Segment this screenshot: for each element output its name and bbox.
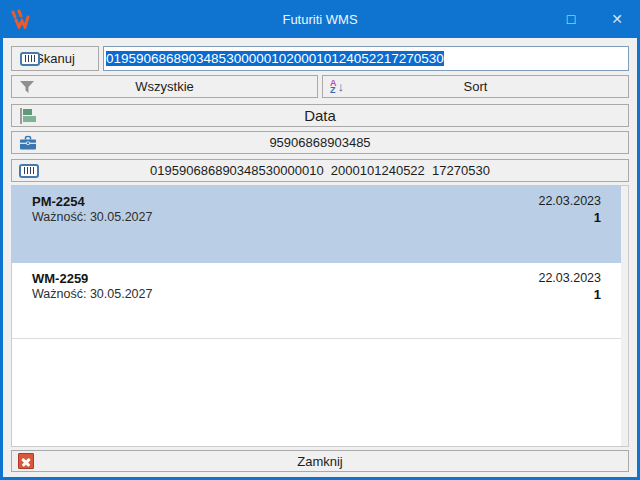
filter-button-label: Wszystkie: [135, 79, 194, 94]
sort-button-label: Sort: [464, 79, 488, 94]
scan-row: Skanuj 019590686890348530000010200010124…: [11, 46, 629, 71]
list-item[interactable]: PM-2254 Ważność: 30.05.2027 22.03.2023 1: [12, 186, 621, 263]
barcode-segments-button[interactable]: 019590686890348530000010 2000101240522 1…: [11, 159, 629, 182]
briefcase-icon: [19, 135, 37, 150]
close-x-icon: [18, 453, 34, 469]
close-button[interactable]: Zamknij: [11, 450, 629, 472]
filter-sort-row: Wszystkie A Z ↓ Sort: [11, 75, 629, 98]
data-button-label: Data: [304, 107, 336, 124]
bar-chart-icon: [19, 108, 37, 124]
item-quantity: 1: [538, 287, 601, 302]
scan-button-label: Skanuj: [35, 51, 75, 66]
item-date: 22.03.2023: [538, 271, 601, 286]
sort-button[interactable]: A Z ↓ Sort: [322, 75, 629, 98]
barcode-segments-value: 019590686890348530000010 2000101240522 1…: [150, 163, 490, 178]
sort-az-icon: A Z ↓: [330, 80, 344, 94]
scan-button[interactable]: Skanuj: [11, 46, 99, 71]
filter-funnel-icon: [19, 80, 35, 94]
barcode-icon: [19, 164, 39, 178]
app-window: Futuriti WMS □ ✕ Skanuj 0195906868903485…: [0, 0, 640, 480]
close-button-label: Zamknij: [297, 454, 343, 469]
item-code: PM-2254: [32, 194, 538, 209]
results-list: PM-2254 Ważność: 30.05.2027 22.03.2023 1…: [11, 185, 629, 447]
client-area: Skanuj 019590686890348530000010200010124…: [3, 38, 637, 477]
results-list-body: PM-2254 Ważność: 30.05.2027 22.03.2023 1…: [12, 186, 621, 446]
titlebar: Futuriti WMS □ ✕: [0, 0, 640, 38]
scan-input[interactable]: 0195906868903485300000102000101240522172…: [103, 46, 629, 71]
gtin-button[interactable]: 95906868903485: [11, 131, 629, 154]
item-code: WM-2259: [32, 271, 538, 286]
gtin-value: 95906868903485: [269, 135, 370, 150]
item-validity: Ważność: 30.05.2027: [32, 287, 538, 302]
list-item[interactable]: WM-2259 Ważność: 30.05.2027 22.03.2023 1: [12, 263, 621, 339]
item-date: 22.03.2023: [538, 194, 601, 209]
filter-button[interactable]: Wszystkie: [11, 75, 318, 98]
item-quantity: 1: [538, 210, 601, 225]
barcode-icon: [20, 52, 40, 66]
scan-input-value: 0195906868903485300000102000101240522172…: [106, 51, 444, 66]
window-title: Futuriti WMS: [0, 12, 640, 27]
item-validity: Ważność: 30.05.2027: [32, 210, 538, 225]
data-button[interactable]: Data: [11, 104, 629, 127]
